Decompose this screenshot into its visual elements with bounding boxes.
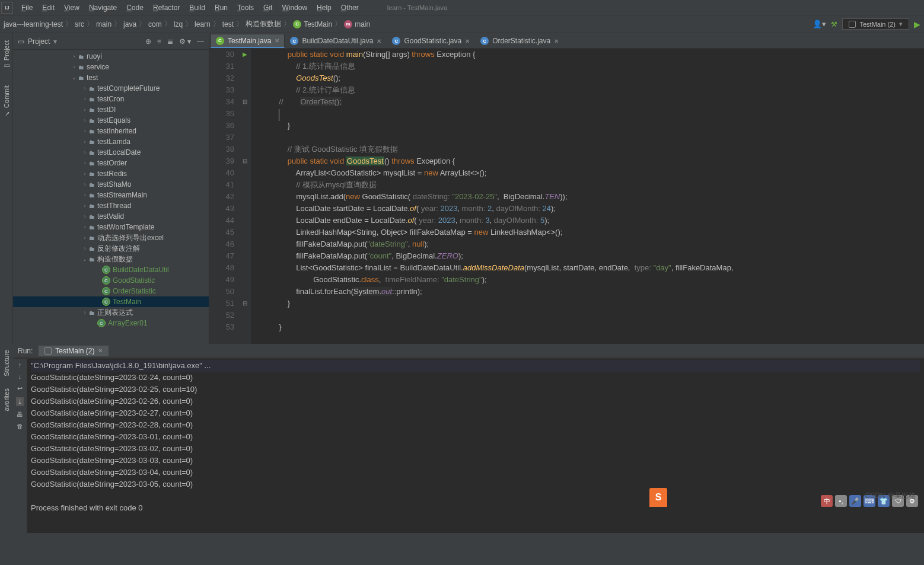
breadcrumb-item[interactable]: main xyxy=(96,20,111,28)
run-tab[interactable]: TestMain (2)✕ xyxy=(39,346,109,356)
editor-tab-GoodStatistic.java[interactable]: CGoodStatistic.java✕ xyxy=(387,34,475,48)
tree-item-ArrayExer01[interactable]: CArrayExer01 xyxy=(13,318,209,328)
navigation-bar: java---learning-test〉src〉main〉java〉com〉l… xyxy=(0,15,924,33)
menu-edit[interactable]: Edit xyxy=(37,4,59,12)
commit-tool-tab[interactable]: ✓ Commit xyxy=(1,81,11,122)
tree-item-testCron[interactable]: ›🖿testCron xyxy=(13,94,209,104)
tree-item-OrderStatistic[interactable]: COrderStatistic xyxy=(13,286,209,296)
tree-item-构造假数据[interactable]: ⌄🖿构造假数据 xyxy=(13,254,209,264)
run-panel-label: Run: xyxy=(18,347,33,355)
line-number-gutter: 3031323334353637383940414243444546474849… xyxy=(209,49,239,344)
hide-panel-icon[interactable]: — xyxy=(197,37,204,46)
menu-tools[interactable]: Tools xyxy=(232,4,259,12)
breadcrumb-item[interactable]: CTestMain xyxy=(293,20,332,28)
tree-item-testOrder[interactable]: ›🖿testOrder xyxy=(13,158,209,168)
clear-all-icon[interactable]: 🗑 xyxy=(17,423,23,430)
tree-item-正则表达式[interactable]: ›🖿正则表达式 xyxy=(13,307,209,318)
tree-item-testValid[interactable]: ›🖿testValid xyxy=(13,211,209,222)
tree-item-testShaMo[interactable]: ›🖿testShaMo xyxy=(13,179,209,190)
tree-item-ruoyi[interactable]: ›🖿ruoyi xyxy=(13,51,209,62)
up-icon[interactable]: ↑ xyxy=(18,361,22,368)
breadcrumb-item[interactable]: java xyxy=(123,20,136,28)
project-panel-title: Project xyxy=(28,37,50,46)
favorites-tool-tab[interactable]: avorites xyxy=(2,385,11,415)
menu-view[interactable]: View xyxy=(59,4,84,12)
menu-other[interactable]: Other xyxy=(336,4,364,12)
soft-wrap-icon[interactable]: ↩ xyxy=(17,385,23,392)
tree-item-testLamda[interactable]: ›🖿testLamda xyxy=(13,136,209,147)
project-panel: ▭Project▾ ⊕ ≡ ≣ ⚙ ▾ — ›🖿ruoyi›🖿service⌄🖿… xyxy=(13,33,209,344)
breadcrumb-item[interactable]: lzq xyxy=(174,20,183,28)
tree-item-testWordTemplate[interactable]: ›🖿testWordTemplate xyxy=(13,222,209,232)
editor-tab-BuildDateDataUtil.java[interactable]: CBuildDateDataUtil.java✕ xyxy=(285,34,387,48)
input-method-badge[interactable]: S xyxy=(649,488,667,507)
menu-file[interactable]: File xyxy=(17,4,37,12)
user-icon[interactable]: 👤▾ xyxy=(813,20,826,28)
menu-build[interactable]: Build xyxy=(184,4,210,12)
breadcrumb[interactable]: java---learning-test〉src〉main〉java〉com〉l… xyxy=(4,19,370,29)
watermark: CSDN @吴巴格 xyxy=(865,491,916,501)
menu-code[interactable]: Code xyxy=(122,4,148,12)
app-logo: IJ xyxy=(1,2,13,14)
tree-item-testEquals[interactable]: ›🖿testEquals xyxy=(13,115,209,126)
tree-item-testCompleteFuture[interactable]: ›🖿testCompleteFuture xyxy=(13,83,209,94)
build-hammer-icon[interactable]: ⚒ xyxy=(831,20,837,28)
project-tool-tab[interactable]: ▭ Project xyxy=(1,36,11,75)
menu-run[interactable]: Run xyxy=(210,4,232,12)
scroll-end-icon[interactable]: ⤓ xyxy=(16,397,24,406)
editor-tab-TestMain.java[interactable]: CTestMain.java✕ xyxy=(211,34,285,48)
expand-all-icon[interactable]: ≡ xyxy=(157,37,161,46)
breadcrumb-item[interactable]: learn xyxy=(195,20,211,28)
project-tree[interactable]: ›🖿ruoyi›🖿service⌄🖿test›🖿testCompleteFutu… xyxy=(13,50,209,344)
console-output[interactable]: "C:\Program Files\Java\jdk1.8.0_191\bin\… xyxy=(27,359,924,533)
tree-item-动态选择列导出excel[interactable]: ›🖿动态选择列导出excel xyxy=(13,232,209,243)
menu-git[interactable]: Git xyxy=(259,4,277,12)
run-config-selector[interactable]: TestMain (2)▾ xyxy=(842,18,909,30)
code-editor[interactable]: public static void main(String[] args) t… xyxy=(251,49,924,344)
tree-item-testDI[interactable]: ›🖿testDI xyxy=(13,104,209,115)
tree-item-service[interactable]: ›🖿service xyxy=(13,62,209,72)
tree-item-testRedis[interactable]: ›🖿testRedis xyxy=(13,168,209,179)
left-tool-strip: ▭ Project ✓ Commit xyxy=(0,33,13,344)
structure-tool-tab[interactable]: Structure xyxy=(2,346,11,380)
window-title: learn - TestMain.java xyxy=(387,4,447,11)
menu-navigate[interactable]: Navigate xyxy=(84,4,122,12)
collapse-all-icon[interactable]: ≣ xyxy=(167,37,173,46)
settings-gear-icon[interactable]: ⚙ ▾ xyxy=(179,37,191,46)
breadcrumb-item[interactable]: mmain xyxy=(344,20,370,28)
menu-refactor[interactable]: Refactor xyxy=(148,4,184,12)
tree-item-test[interactable]: ⌄🖿test xyxy=(13,72,209,83)
select-opened-icon[interactable]: ⊕ xyxy=(145,37,151,46)
breadcrumb-item[interactable]: com xyxy=(148,20,162,28)
breadcrumb-item[interactable]: test xyxy=(222,20,234,28)
tree-item-testThread[interactable]: ›🖿testThread xyxy=(13,200,209,211)
tree-item-BuildDateDataUtil[interactable]: CBuildDateDataUtil xyxy=(13,264,209,275)
down-icon[interactable]: ↓ xyxy=(18,373,22,380)
editor-tabs[interactable]: CTestMain.java✕CBuildDateDataUtil.java✕C… xyxy=(209,33,924,49)
tree-item-反射修改注解[interactable]: ›🖿反射修改注解 xyxy=(13,243,209,254)
menu-bar: IJ FileEditViewNavigateCodeRefactorBuild… xyxy=(0,0,924,15)
tree-item-TestMain[interactable]: CTestMain xyxy=(13,296,209,307)
print-icon[interactable]: 🖶 xyxy=(17,411,23,418)
breadcrumb-item[interactable]: src xyxy=(75,20,84,28)
breadcrumb-item[interactable]: java---learning-test xyxy=(4,20,63,28)
menu-help[interactable]: Help xyxy=(312,4,336,12)
tree-item-testLocalDate[interactable]: ›🖿testLocalDate xyxy=(13,147,209,158)
editor-tab-OrderStatistic.java[interactable]: COrderStatistic.java✕ xyxy=(475,34,564,48)
tree-item-GoodStatistic[interactable]: CGoodStatistic xyxy=(13,275,209,286)
run-button[interactable]: ▶ xyxy=(914,20,920,29)
project-view-icon: ▭ xyxy=(18,37,24,46)
tree-item-testInherited[interactable]: ›🖿testInherited xyxy=(13,126,209,136)
menu-window[interactable]: Window xyxy=(277,4,312,12)
tree-item-testStreamMain[interactable]: ›🖿testStreamMain xyxy=(13,190,209,200)
gutter-icons[interactable]: ▶⊟⊟⊟ xyxy=(239,49,251,344)
breadcrumb-item[interactable]: 构造假数据 xyxy=(246,19,281,29)
run-toolbar-inner: ↑ ↓ ↩ ⤓ 🖶 🗑 xyxy=(13,359,27,533)
